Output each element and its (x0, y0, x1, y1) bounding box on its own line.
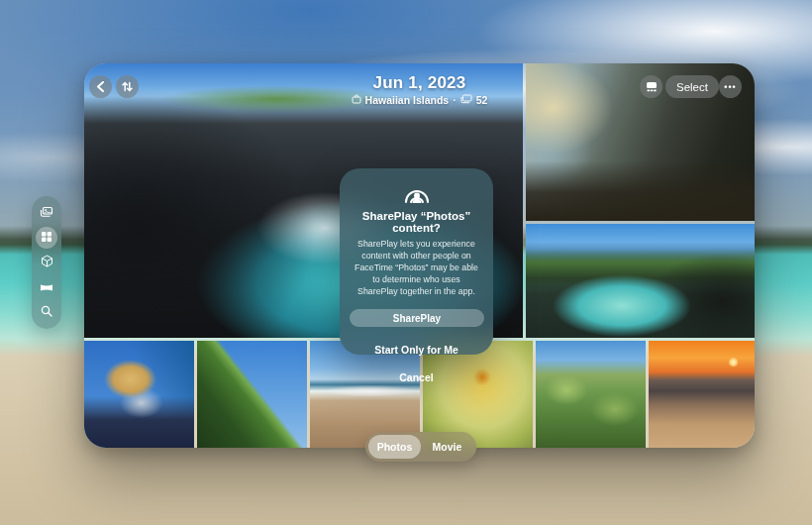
select-button[interactable]: Select (665, 75, 719, 98)
photo-stack-icon (40, 204, 53, 222)
start-only-for-me-button[interactable]: Start Only for Me (374, 344, 458, 356)
dialog-title: SharePlay “Photos” content? (350, 210, 483, 234)
ellipsis-icon: ••• (724, 82, 736, 92)
tab-movie[interactable]: Movie (421, 435, 473, 459)
back-button[interactable] (89, 75, 112, 98)
shareplay-button[interactable]: SharePlay (350, 309, 484, 327)
shareplay-icon (400, 182, 434, 204)
search-icon (41, 303, 52, 321)
photo-green-cliffs[interactable] (197, 341, 307, 448)
cancel-button[interactable]: Cancel (399, 371, 433, 383)
photos-sidebar (32, 196, 61, 329)
sidebar-item-search[interactable] (36, 301, 57, 323)
aspect-grid-icon (646, 81, 658, 92)
photo-sunset-beach[interactable] (649, 341, 755, 448)
photos-movie-segmented-control: Photos Movie (365, 432, 476, 462)
chevron-left-icon (96, 81, 105, 92)
shareplay-dialog: SharePlay “Photos” content? SharePlay le… (340, 168, 493, 355)
view-options-button[interactable] (640, 75, 662, 98)
sidebar-item-albums[interactable] (36, 227, 57, 249)
grid-icon (41, 229, 52, 247)
tab-photos[interactable]: Photos (368, 435, 421, 459)
more-button[interactable]: ••• (719, 75, 742, 98)
photo-cactus[interactable] (536, 341, 646, 448)
cube-icon (41, 254, 53, 271)
photo-woman-overlook[interactable] (84, 341, 194, 448)
sort-arrows-icon (122, 81, 133, 92)
panorama-icon (40, 278, 53, 296)
dialog-body: SharePlay lets you experience content wi… (350, 239, 483, 297)
photo-black-sand-cove[interactable] (526, 224, 755, 338)
sidebar-item-library[interactable] (36, 202, 57, 224)
sidebar-item-spatial[interactable] (36, 252, 57, 273)
sort-button[interactable] (116, 75, 139, 98)
sidebar-item-panoramas[interactable] (36, 276, 57, 298)
